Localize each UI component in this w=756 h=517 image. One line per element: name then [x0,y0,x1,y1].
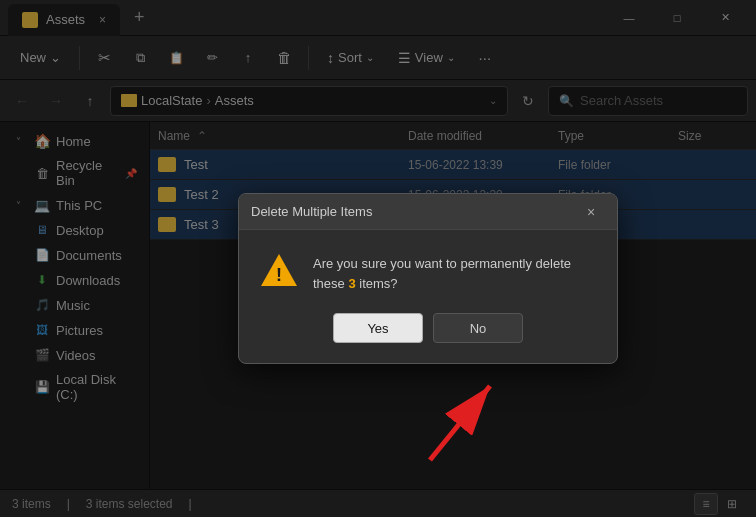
message-suffix: items? [356,276,398,291]
no-button[interactable]: No [433,313,523,343]
warning-triangle-svg: ! [259,250,299,290]
delete-dialog: Delete Multiple Items × ! Are you sure y… [238,193,618,364]
dialog-close-btn[interactable]: × [577,198,605,226]
dialog-body: ! Are you sure you want to permanently d… [239,230,617,309]
message-count: 3 [348,276,355,291]
dialog-buttons: Yes No [239,309,617,363]
svg-text:!: ! [276,265,282,285]
warning-icon: ! [259,250,299,290]
dialog-overlay: Delete Multiple Items × ! Are you sure y… [0,0,756,517]
dialog-title: Delete Multiple Items [251,204,577,219]
yes-button[interactable]: Yes [333,313,423,343]
dialog-message: Are you sure you want to permanently del… [313,250,597,293]
dialog-title-bar: Delete Multiple Items × [239,194,617,230]
